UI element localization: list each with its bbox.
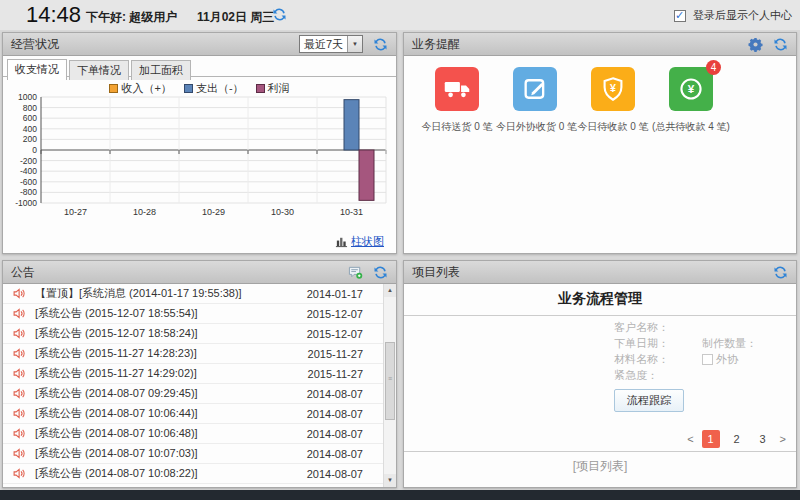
project-list-footer-text: [项目列表] <box>404 458 796 475</box>
page-number[interactable]: 3 <box>754 430 772 448</box>
reminder-label: 今日外协收货 0 笔 <box>496 120 574 134</box>
track-process-button[interactable]: 流程跟踪 <box>614 389 684 412</box>
tab-orders[interactable]: 下单情况 <box>69 60 129 80</box>
bar-chart-icon <box>335 235 348 248</box>
speaker-icon <box>13 387 26 400</box>
scrollbar[interactable]: ▲ ≡ ▼ <box>383 284 396 487</box>
tab-processing-area[interactable]: 加工面积 <box>131 60 191 80</box>
date-range-select[interactable]: 最近7天 ▼ <box>299 35 363 53</box>
range-select-value: 最近7天 <box>300 37 347 52</box>
refresh-icon[interactable] <box>373 265 388 280</box>
scrollbar-thumb[interactable]: ≡ <box>385 342 395 420</box>
announcement-text: [系统公告 (2015-12-07 18:58:24)] <box>35 326 198 341</box>
username: 超级用户 <box>129 10 177 24</box>
list-item[interactable]: [系统公告 (2015-12-07 18:58:24)] 2015-12-07 <box>3 324 383 344</box>
circle-yuan-icon <box>669 67 713 111</box>
clock: 14:48 <box>26 2 81 28</box>
list-item[interactable]: [系统公告 (2014-08-07 10:06:48)] 2014-08-07 <box>3 424 383 444</box>
outsourcing-label: 外协 <box>716 353 738 365</box>
edit-icon <box>513 67 557 111</box>
list-item[interactable]: [系统公告 (2015-12-07 18:55:54)] 2015-12-07 <box>3 304 383 324</box>
personal-center-checkbox[interactable] <box>674 10 686 22</box>
legend-swatch <box>109 84 118 93</box>
order-date-label: 下单日期： <box>614 337 669 349</box>
divider <box>404 451 796 452</box>
reminder-delivery[interactable]: 今日待送货 0 笔 <box>418 67 496 134</box>
announcement-text: [系统公告 (2014-08-07 10:08:22)] <box>35 466 198 481</box>
list-item[interactable]: [系统公告 (2014-08-07 10:08:22)] 2014-08-07 <box>3 464 383 484</box>
announcements-header: 公告 <box>3 261 396 284</box>
announcement-text: 【置顶】[系统消息 (2014-01-17 19:55:38)] <box>35 286 242 301</box>
material-name-label: 材料名称： <box>614 353 669 365</box>
reminder-payment-today[interactable]: 今日待收款 0 笔 <box>574 67 652 134</box>
workflow-heading: 业务流程管理 <box>404 284 796 316</box>
panel-title: 公告 <box>11 264 348 281</box>
greeting-text: 下午好: <box>86 10 126 24</box>
speaker-icon <box>13 307 26 320</box>
announcement-date: 2014-08-07 <box>307 448 363 460</box>
announcement-text: [系统公告 (2014-08-07 09:29:45)] <box>35 386 198 401</box>
date-display: 11月02日 周三 <box>197 9 274 26</box>
announcement-text: [系统公告 (2014-08-07 10:06:44)] <box>35 406 198 421</box>
reminder-payment-total[interactable]: 4 (总共待收款 4 笔) <box>652 67 730 134</box>
business-reminder-header: 业务提醒 <box>404 33 796 56</box>
bottom-strip <box>0 490 800 500</box>
chart-type-link-row: 柱状图 <box>335 234 384 249</box>
refresh-icon[interactable] <box>773 265 788 280</box>
speaker-icon <box>13 287 26 300</box>
svg-text:-400: -400 <box>20 166 37 176</box>
refresh-icon[interactable] <box>773 37 788 52</box>
quantity-label: 制作数量： <box>702 336 757 351</box>
prev-page-button[interactable]: < <box>687 433 693 445</box>
svg-text:-200: -200 <box>20 156 37 166</box>
announcement-text: [系统公告 (2014-08-07 10:06:48)] <box>35 426 198 441</box>
refresh-icon[interactable] <box>373 37 388 52</box>
business-status-header: 经营状况 最近7天 ▼ <box>3 33 396 56</box>
speaker-icon <box>13 407 26 420</box>
svg-text:10-28: 10-28 <box>133 207 156 217</box>
pagination: < 123 > <box>687 430 786 448</box>
list-item[interactable]: 【置顶】[系统消息 (2014-01-17 19:55:38)] 2014-01… <box>3 284 383 304</box>
topbar: 14:48 下午好: 超级用户 11月02日 周三 登录后显示个人中心 <box>0 0 800 30</box>
tab-income-expense[interactable]: 收支情况 <box>7 59 67 80</box>
reminder-outsource-receipt[interactable]: 今日外协收货 0 笔 <box>496 67 574 134</box>
status-tabs: 收支情况下单情况加工面积 <box>3 56 396 77</box>
chevron-down-icon: ▼ <box>347 36 362 52</box>
list-item[interactable]: [系统公告 (2014-08-07 09:29:45)] 2014-08-07 <box>3 384 383 404</box>
add-announcement-icon[interactable] <box>348 265 363 280</box>
shield-yuan-icon <box>591 67 635 111</box>
announcement-text: [系统公告 (2015-12-07 18:55:54)] <box>35 306 198 321</box>
svg-text:600: 600 <box>23 113 37 123</box>
speaker-icon <box>13 327 26 340</box>
speaker-icon <box>13 367 26 380</box>
list-item[interactable]: [系统公告 (2015-11-27 14:28:23)] 2015-11-27 <box>3 344 383 364</box>
scroll-down-button[interactable]: ▼ <box>384 474 396 487</box>
customer-name-label: 客户名称： <box>614 321 669 333</box>
svg-text:10-30: 10-30 <box>271 207 294 217</box>
list-item[interactable]: [系统公告 (2014-08-07 10:06:44)] 2014-08-07 <box>3 404 383 424</box>
scroll-up-button[interactable]: ▲ <box>384 284 396 297</box>
project-list-panel: 项目列表 业务流程管理 客户名称： 下单日期： 制作数量： 材料名称： 外协 紧… <box>403 260 797 488</box>
reminder-label: 今日待送货 0 笔 <box>418 120 496 134</box>
svg-text:800: 800 <box>23 103 37 113</box>
speaker-icon <box>13 427 26 440</box>
panel-title: 业务提醒 <box>412 36 748 53</box>
page-number[interactable]: 1 <box>702 430 720 448</box>
announcement-date: 2015-11-27 <box>308 348 363 360</box>
list-item[interactable]: [系统公告 (2015-11-27 14:29:02)] 2015-11-27 <box>3 364 383 384</box>
legend-swatch <box>184 84 193 93</box>
refresh-icon[interactable] <box>272 7 287 22</box>
bar-chart-link[interactable]: 柱状图 <box>351 234 384 249</box>
truck-icon <box>435 67 479 111</box>
svg-text:10-27: 10-27 <box>64 207 87 217</box>
page-number[interactable]: 2 <box>728 430 746 448</box>
gear-icon[interactable] <box>748 37 763 52</box>
announcement-text: [系统公告 (2015-11-27 14:29:02)] <box>35 366 197 381</box>
announcement-date: 2014-08-07 <box>307 468 363 480</box>
next-page-button[interactable]: > <box>780 433 786 445</box>
reminder-items: 今日待送货 0 笔 今日外协收货 0 笔 今日待收款 0 笔 4 (总共待收款 … <box>404 56 796 134</box>
list-item[interactable]: [系统公告 (2014-08-07 10:07:03)] 2014-08-07 <box>3 444 383 464</box>
greeting: 下午好: 超级用户 <box>86 9 177 26</box>
outsourcing-checkbox[interactable] <box>702 354 713 365</box>
announcement-list-area: 【置顶】[系统消息 (2014-01-17 19:55:38)] 2014-01… <box>3 284 396 487</box>
